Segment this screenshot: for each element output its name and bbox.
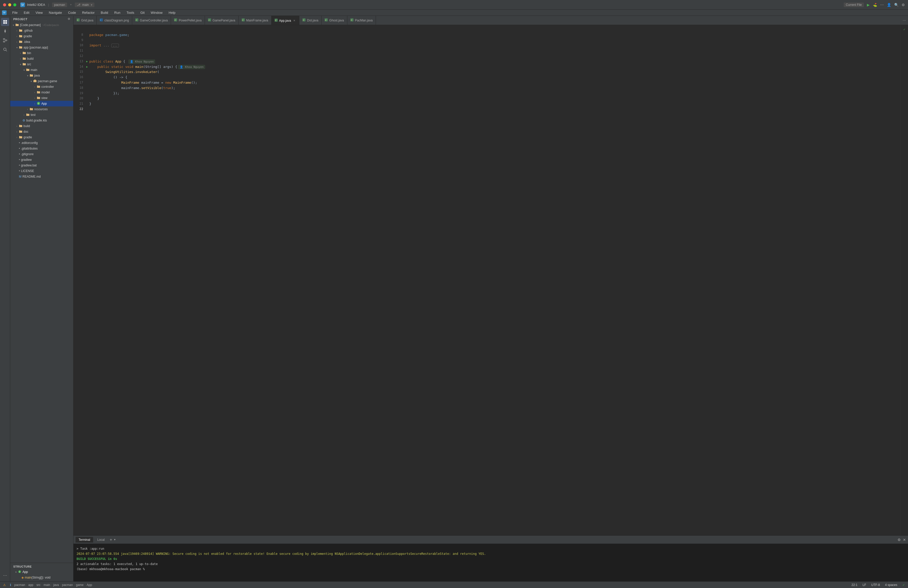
tab-dot[interactable]: J Dot.java bbox=[299, 16, 322, 25]
activity-more-icon[interactable]: ⋯ bbox=[1, 571, 9, 579]
sidebar-tree[interactable]: ▾[Code.pacman]~/Code/pacm›.github›gradle… bbox=[10, 22, 73, 563]
bottom-tab-local[interactable]: Local bbox=[94, 537, 108, 543]
activity-project-icon[interactable] bbox=[1, 18, 9, 26]
tab-icon-game-controller: J bbox=[135, 18, 138, 22]
cursor-position[interactable]: 22:1 bbox=[850, 583, 858, 587]
sidebar-item-readme[interactable]: MREADME.md bbox=[10, 174, 73, 179]
breadcrumb-item-4[interactable]: java bbox=[53, 583, 59, 587]
project-name[interactable]: pacman bbox=[52, 3, 67, 7]
sidebar-item-java[interactable]: ▾java bbox=[10, 73, 73, 78]
menu-item-build[interactable]: Build bbox=[98, 10, 111, 15]
terminal-close-icon[interactable]: ✕ bbox=[903, 538, 906, 542]
sidebar-item-gitignore[interactable]: •.gitignore bbox=[10, 151, 73, 157]
bottom-tab-terminal[interactable]: Terminal bbox=[76, 537, 93, 543]
sidebar-item-test[interactable]: ›test bbox=[10, 112, 73, 118]
breadcrumb-item-1[interactable]: app bbox=[28, 583, 34, 587]
tab-game-panel[interactable]: J GamePanel.java bbox=[205, 16, 238, 25]
file-encoding[interactable]: UTF-8 bbox=[870, 583, 881, 587]
more-actions-button[interactable]: ⋯ bbox=[880, 3, 884, 7]
sidebar-item-gradlew[interactable]: •gradlew bbox=[10, 157, 73, 163]
tab-game-controller[interactable]: J GameController.java bbox=[132, 16, 171, 25]
breadcrumb-item-5[interactable]: pacman bbox=[62, 583, 73, 587]
sidebar-item-resources[interactable]: ›resources bbox=[10, 106, 73, 112]
minimize-button[interactable] bbox=[8, 3, 11, 6]
terminal-add-button[interactable]: + bbox=[109, 538, 113, 542]
maximize-button[interactable] bbox=[13, 3, 16, 6]
tabs-overflow-button[interactable]: ⋯ bbox=[901, 16, 908, 25]
branch-name[interactable]: ⎇ main ▾ bbox=[75, 3, 94, 7]
sidebar-item-src[interactable]: ▾src bbox=[10, 61, 73, 67]
sidebar-item-app-file[interactable]: ›JApp bbox=[10, 101, 73, 106]
breadcrumb-item-0[interactable]: pacman bbox=[14, 583, 25, 587]
menu-item-git[interactable]: Git bbox=[138, 10, 147, 15]
terminal-dropdown-button[interactable]: ▾ bbox=[114, 538, 116, 541]
activity-commit-icon[interactable] bbox=[1, 27, 9, 35]
sidebar-item-model[interactable]: ›model bbox=[10, 90, 73, 95]
menu-item-view[interactable]: View bbox=[33, 10, 45, 15]
breadcrumb-item-2[interactable]: src bbox=[37, 583, 40, 587]
sidebar-item-pacman-game[interactable]: ▾pacman.game bbox=[10, 78, 73, 84]
run-line-btn-13[interactable]: ▶ bbox=[86, 60, 88, 64]
sidebar-item-controller[interactable]: ›controller bbox=[10, 84, 73, 90]
menu-item-file[interactable]: File bbox=[10, 10, 20, 15]
sidebar-item-idea[interactable]: ›.idea bbox=[10, 39, 73, 45]
sidebar-settings-icon[interactable]: ⚙ bbox=[68, 17, 71, 21]
menu-item-code[interactable]: Code bbox=[66, 10, 79, 15]
sidebar-item-gitattributes[interactable]: •.gitattributes bbox=[10, 146, 73, 151]
menu-item-run[interactable]: Run bbox=[112, 10, 123, 15]
sidebar-item-build-gradle[interactable]: ⚙build.gradle.kts bbox=[10, 118, 73, 123]
profile-button[interactable]: 👤 bbox=[887, 3, 891, 7]
menu-item-tools[interactable]: Tools bbox=[124, 10, 137, 15]
sidebar-item-view[interactable]: ›view bbox=[10, 95, 73, 101]
terminal-settings-icon[interactable]: ⚙ bbox=[898, 538, 901, 542]
tab-close-app-tab[interactable]: ✕ bbox=[293, 19, 296, 23]
indent-settings[interactable]: 4 spaces bbox=[884, 583, 898, 587]
tab-power-pellet[interactable]: J PowerPellet.java bbox=[171, 16, 204, 25]
status-warn[interactable]: ⚠ bbox=[2, 583, 7, 587]
sidebar-item-doc[interactable]: ›doc bbox=[10, 129, 73, 134]
tab-app-tab[interactable]: J App.java ✕ bbox=[272, 16, 299, 25]
sidebar-item-gradle-root[interactable]: ›gradle bbox=[10, 134, 73, 140]
activity-structure-icon[interactable] bbox=[1, 36, 9, 44]
settings-button[interactable]: ⚙ bbox=[902, 3, 905, 7]
menu-item-help[interactable]: Help bbox=[166, 10, 178, 15]
tab-ghost[interactable]: J Ghost.java bbox=[322, 16, 347, 25]
status-info[interactable]: ℹ bbox=[9, 583, 12, 587]
current-file-button[interactable]: Current File bbox=[844, 3, 864, 7]
svg-rect-7 bbox=[3, 39, 5, 40]
tab-pacman-tab[interactable]: J PacMan.java bbox=[347, 16, 376, 25]
code-content[interactable]: package pacman.game; import ... ... publ… bbox=[86, 25, 900, 535]
sidebar-item-github[interactable]: ›.github bbox=[10, 28, 73, 34]
tab-class-diagram[interactable]: P classDiagram.png bbox=[97, 16, 132, 25]
sidebar-item-app-module[interactable]: ▾app [pacman.app] bbox=[10, 45, 73, 50]
tree-file-icon-gradle-folder bbox=[19, 34, 23, 39]
sidebar-item-gradle-folder[interactable]: ›gradle bbox=[10, 34, 73, 39]
menu-item-edit[interactable]: Edit bbox=[21, 10, 32, 15]
breadcrumb-item-6[interactable]: game bbox=[76, 583, 84, 587]
sidebar-item-build-app[interactable]: ›build bbox=[10, 56, 73, 61]
menu-item-refactor[interactable]: Refactor bbox=[80, 10, 97, 15]
menu-item-navigate[interactable]: Navigate bbox=[46, 10, 64, 15]
sidebar-item-main[interactable]: ▾main bbox=[10, 67, 73, 73]
debug-button[interactable]: ⛳ bbox=[873, 3, 877, 7]
tab-main-frame[interactable]: J MainFrame.java bbox=[238, 16, 272, 25]
sidebar-item-editorconfig[interactable]: •.editorconfig bbox=[10, 140, 73, 146]
structure-item-main[interactable]: ◈ main(String[]): void bbox=[10, 575, 73, 580]
activity-search-icon[interactable] bbox=[1, 45, 9, 53]
search-everywhere-button[interactable]: 🔍 bbox=[894, 3, 898, 7]
sidebar-item-bin[interactable]: ›bin bbox=[10, 50, 73, 56]
terminal-content[interactable]: > Task :app:run2024-07-07 23:07:58.554 j… bbox=[74, 544, 908, 582]
breadcrumb-item-7[interactable]: App bbox=[87, 583, 92, 587]
run-button[interactable]: ▶ bbox=[867, 3, 870, 7]
breadcrumb-item-3[interactable]: main bbox=[43, 583, 50, 587]
sidebar-item-build-root[interactable]: ›build bbox=[10, 123, 73, 129]
sidebar-item-gradlew-bat[interactable]: •gradlew.bat bbox=[10, 163, 73, 168]
tab-grid[interactable]: J Grid.java bbox=[74, 16, 97, 25]
sidebar-item-license[interactable]: •LICENSE bbox=[10, 168, 73, 174]
line-ending[interactable]: LF bbox=[861, 583, 867, 587]
menu-item-window[interactable]: Window bbox=[148, 10, 165, 15]
sidebar-item-pacman-root[interactable]: ▾[Code.pacman]~/Code/pacm bbox=[10, 22, 73, 28]
close-button[interactable] bbox=[3, 3, 6, 6]
structure-item-app[interactable]: ▾ J App bbox=[10, 569, 73, 575]
run-line-btn-14[interactable]: ▶ bbox=[86, 65, 88, 69]
